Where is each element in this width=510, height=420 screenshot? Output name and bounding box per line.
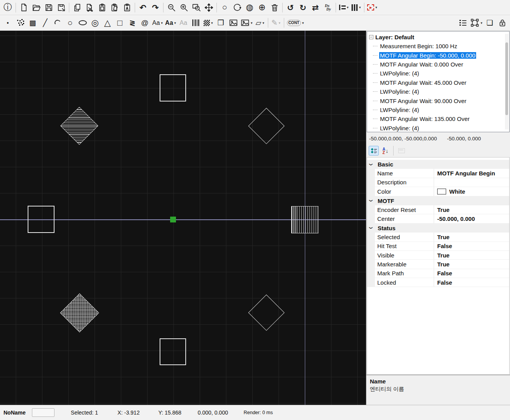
copy-button[interactable] bbox=[71, 2, 83, 13]
square-outline-top[interactable] bbox=[160, 74, 186, 102]
zoom-in-button[interactable] bbox=[178, 2, 190, 13]
swap-button[interactable]: ⇄ bbox=[310, 2, 321, 13]
motf-begin-marker[interactable] bbox=[170, 217, 176, 222]
align-button[interactable]: ▾ bbox=[338, 2, 350, 13]
property-category[interactable]: ❯Basic bbox=[367, 160, 509, 169]
category-collapse-icon[interactable]: ❯ bbox=[367, 224, 375, 233]
polyline-tool-button[interactable]: ≷ bbox=[127, 17, 138, 29]
status-name-input[interactable] bbox=[32, 408, 55, 417]
property-value[interactable]: False bbox=[434, 243, 452, 249]
quadrant-circle-button[interactable]: ⊕ bbox=[256, 2, 268, 13]
save-as-button[interactable] bbox=[55, 2, 67, 13]
info-button[interactable]: ⓘ bbox=[2, 2, 14, 13]
property-row[interactable]: NameMOTF Angular Begin bbox=[367, 169, 509, 178]
property-row[interactable]: ColorWhite bbox=[367, 187, 509, 196]
circle-select-button[interactable]: ○ bbox=[219, 2, 230, 13]
property-row[interactable]: MarkerableTrue bbox=[367, 260, 509, 269]
line-tool-button[interactable]: ╱ bbox=[39, 17, 51, 29]
category-collapse-icon[interactable]: ❯ bbox=[367, 196, 375, 205]
tree-item[interactable]: LWPolyline: (4) bbox=[367, 124, 509, 132]
tree-item[interactable]: MOTF Angular Wait: 45.000 Over bbox=[367, 78, 509, 87]
offset-dxdy-button[interactable]: DxDy bbox=[322, 2, 334, 13]
barcode-tool-button[interactable] bbox=[190, 17, 202, 29]
tree-item[interactable]: MOTF Angular Wait: 90.000 Over bbox=[367, 96, 509, 105]
alphabetical-sort-button[interactable]: AZ↓ bbox=[380, 146, 390, 156]
box3d-tool-button[interactable]: ❒ bbox=[215, 17, 227, 29]
property-row[interactable]: Encoder ResetTrue bbox=[367, 205, 509, 214]
arc-tool-button[interactable] bbox=[52, 17, 63, 29]
save-button[interactable] bbox=[43, 2, 55, 13]
tree-item[interactable]: LWPolyline: (4) bbox=[367, 105, 509, 114]
undo-button[interactable]: ↶ bbox=[137, 2, 149, 13]
image-import-tool-button[interactable]: ▾ bbox=[240, 17, 253, 29]
property-value[interactable]: True bbox=[434, 206, 450, 213]
distribute-button[interactable]: ▾ bbox=[350, 2, 362, 13]
tree-item[interactable]: LWPolyline: (4) bbox=[367, 87, 509, 96]
property-value[interactable]: -50.000, 0.000 bbox=[434, 215, 475, 222]
zoom-window-button[interactable] bbox=[190, 2, 202, 13]
rotate-cw-button[interactable]: ↻ bbox=[297, 2, 309, 13]
layers-button[interactable]: ❏ bbox=[484, 17, 496, 29]
property-row[interactable]: SelectedTrue bbox=[367, 233, 509, 242]
ellipse-tool-button[interactable] bbox=[77, 17, 88, 29]
categorized-view-button[interactable] bbox=[369, 146, 379, 156]
cont-mode-button[interactable]: CONT▾ bbox=[286, 17, 305, 29]
arc-select-button[interactable] bbox=[231, 2, 243, 13]
tree-scrollbar[interactable] bbox=[505, 34, 508, 130]
property-category[interactable]: ❯Status bbox=[367, 224, 509, 233]
image-tool-button[interactable] bbox=[227, 17, 239, 29]
color-swatch[interactable] bbox=[437, 189, 446, 194]
cut-button[interactable] bbox=[84, 2, 95, 13]
category-collapse-icon[interactable]: ❯ bbox=[367, 160, 375, 169]
text-bold-tool-button[interactable]: Aa▾ bbox=[164, 17, 177, 29]
property-category[interactable]: ❯MOTF bbox=[367, 196, 509, 205]
property-value[interactable]: True bbox=[434, 234, 450, 240]
property-row[interactable]: VisibleTrue bbox=[367, 251, 509, 260]
paste-button[interactable] bbox=[96, 2, 108, 13]
skew-tool-button[interactable]: ▱▾ bbox=[254, 17, 266, 29]
open-file-button[interactable] bbox=[30, 2, 42, 13]
qrcode-tool-button[interactable]: ▾ bbox=[202, 17, 214, 29]
point-tool-button[interactable]: • bbox=[2, 17, 14, 29]
property-value[interactable]: True bbox=[434, 261, 450, 268]
mark-preview-button[interactable]: ▾ bbox=[366, 2, 378, 13]
diamond-outline-bottom-right[interactable] bbox=[248, 294, 285, 331]
pan-button[interactable] bbox=[203, 2, 215, 13]
redo-button[interactable]: ↷ bbox=[149, 2, 161, 13]
paste-special-button[interactable] bbox=[109, 2, 120, 13]
collapse-icon[interactable]: − bbox=[369, 35, 373, 39]
hatch-circle-button[interactable]: ◍ bbox=[244, 2, 255, 13]
square-outline-bottom[interactable] bbox=[160, 338, 186, 365]
circle-tool-button[interactable]: ○ bbox=[64, 17, 76, 29]
object-list-button[interactable] bbox=[457, 17, 469, 29]
square-hatch-right[interactable] bbox=[291, 206, 318, 233]
property-value[interactable]: False bbox=[434, 279, 452, 286]
tree-root-item[interactable]: − Layer: Default bbox=[367, 33, 509, 42]
paste-text-button[interactable] bbox=[121, 2, 133, 13]
triangle-tool-button[interactable]: △ bbox=[102, 17, 113, 29]
new-file-button[interactable] bbox=[18, 2, 30, 13]
spiral-tool-button[interactable]: @ bbox=[139, 17, 151, 29]
scatter-tool-button[interactable] bbox=[14, 17, 26, 29]
property-value[interactable]: True bbox=[434, 252, 450, 259]
tree-item[interactable]: LWPolyline: (4) bbox=[367, 69, 509, 78]
tree-item[interactable]: MOTF Angular Wait: 135.000 Over bbox=[367, 114, 509, 123]
tree-item[interactable]: Measurement Begin: 1000 Hz bbox=[367, 42, 509, 51]
property-value[interactable]: False bbox=[434, 270, 452, 276]
diamond-crosshatch[interactable] bbox=[60, 293, 99, 332]
property-row[interactable]: Center-50.000, 0.000 bbox=[367, 214, 509, 223]
delete-button[interactable] bbox=[269, 2, 280, 13]
hatch-rect-tool-button[interactable]: ▩ bbox=[27, 17, 39, 29]
zoom-out-button[interactable] bbox=[165, 2, 177, 13]
diamond-hatch-vertical[interactable] bbox=[60, 107, 98, 145]
property-row[interactable]: LockedFalse bbox=[367, 278, 509, 287]
diamond-outline-top-right[interactable] bbox=[248, 108, 285, 144]
transform-button[interactable]: ▾ bbox=[470, 17, 483, 29]
tree-item[interactable]: MOTF Angular Wait: 0.000 Over bbox=[367, 60, 509, 69]
lock-button[interactable] bbox=[496, 17, 508, 29]
rectangle-tool-button[interactable]: □ bbox=[114, 17, 126, 29]
property-row[interactable]: Hit TestFalse bbox=[367, 242, 509, 251]
donut-tool-button[interactable]: ◎ bbox=[89, 17, 101, 29]
drawing-canvas[interactable] bbox=[0, 31, 366, 405]
text-tool-button[interactable]: Aa▾ bbox=[151, 17, 164, 29]
